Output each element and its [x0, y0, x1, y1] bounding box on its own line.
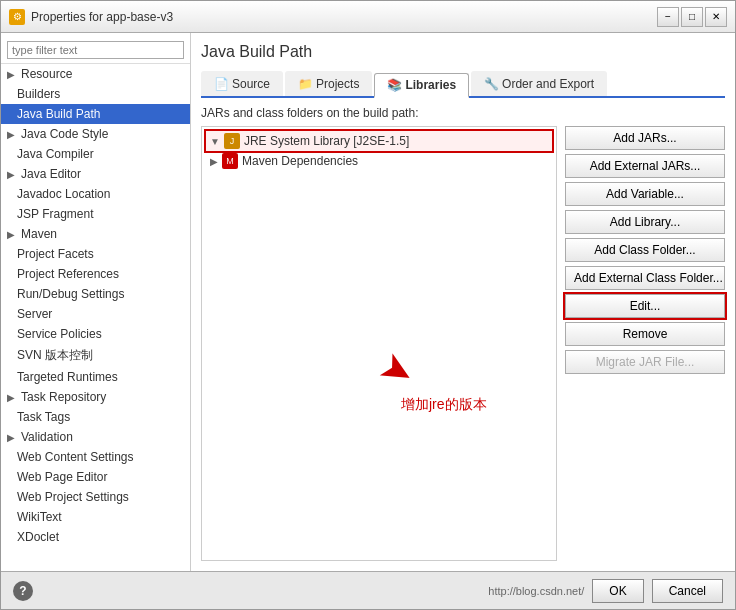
filter-box [1, 37, 190, 64]
sidebar-item-label: Service Policies [17, 327, 102, 341]
tree-item-jre[interactable]: ▼ J JRE System Library [J2SE-1.5] [206, 131, 552, 151]
sidebar-item-javadoc-location[interactable]: Javadoc Location [1, 184, 190, 204]
tree-label-jre: JRE System Library [J2SE-1.5] [244, 134, 409, 148]
tab-label-order-export: Order and Export [502, 77, 594, 91]
tab-label-source: Source [232, 77, 270, 91]
add-library-button[interactable]: Add Library... [565, 210, 725, 234]
sidebar-item-java-editor[interactable]: ▶Java Editor [1, 164, 190, 184]
titlebar: ⚙ Properties for app-base-v3 − □ ✕ [1, 1, 735, 33]
arrow-icon: ▶ [7, 69, 15, 80]
arrow-icon: ▶ [7, 432, 15, 443]
sidebar-item-service-policies[interactable]: Service Policies [1, 324, 190, 344]
tab-projects[interactable]: 📁Projects [285, 71, 372, 96]
bottom-right: http://blog.csdn.net/ OK Cancel [488, 579, 723, 603]
filter-input[interactable] [7, 41, 184, 59]
sidebar-item-label: Task Repository [21, 390, 106, 404]
tab-source[interactable]: 📄Source [201, 71, 283, 96]
right-panel: Java Build Path 📄Source📁Projects📚Librari… [191, 33, 735, 571]
add-jars-button[interactable]: Add JARs... [565, 126, 725, 150]
sidebar-item-run-debug-settings[interactable]: Run/Debug Settings [1, 284, 190, 304]
sidebar-item-validation[interactable]: ▶Validation [1, 427, 190, 447]
sidebar-item-label: Builders [17, 87, 60, 101]
sidebar-item-targeted-runtimes[interactable]: Targeted Runtimes [1, 367, 190, 387]
tree-item-maven[interactable]: ▶ M Maven Dependencies [206, 151, 552, 171]
arrow-icon: ▶ [7, 229, 15, 240]
content-area: ▼ J JRE System Library [J2SE-1.5] ▶ M Ma… [201, 126, 725, 561]
sidebar-item-label: XDoclet [17, 530, 59, 544]
sidebar-item-java-code-style[interactable]: ▶Java Code Style [1, 124, 190, 144]
sidebar-item-svn[interactable]: SVN 版本控制 [1, 344, 190, 367]
sidebar-item-label: Maven [21, 227, 57, 241]
tree-arrow-jre: ▼ [210, 136, 220, 147]
sidebar-item-jsp-fragment[interactable]: JSP Fragment [1, 204, 190, 224]
sidebar-item-task-repository[interactable]: ▶Task Repository [1, 387, 190, 407]
sidebar-item-label: Java Code Style [21, 127, 108, 141]
sidebar-item-resource[interactable]: ▶Resource [1, 64, 190, 84]
sidebar-item-label: Web Project Settings [17, 490, 129, 504]
sidebar-item-web-page-editor[interactable]: Web Page Editor [1, 467, 190, 487]
add-variable-button[interactable]: Add Variable... [565, 182, 725, 206]
tree-icon-maven: M [222, 153, 238, 169]
sidebar-item-server[interactable]: Server [1, 304, 190, 324]
main-window: ⚙ Properties for app-base-v3 − □ ✕ ▶Reso… [0, 0, 736, 610]
maximize-button[interactable]: □ [681, 7, 703, 27]
cancel-button[interactable]: Cancel [652, 579, 723, 603]
sidebar-item-label: Project References [17, 267, 119, 281]
main-content: ▶ResourceBuildersJava Build Path▶Java Co… [1, 33, 735, 571]
arrow-icon: ▶ [7, 392, 15, 403]
panel-title: Java Build Path [201, 43, 725, 61]
sidebar-item-web-content-settings[interactable]: Web Content Settings [1, 447, 190, 467]
tree-area: ▼ J JRE System Library [J2SE-1.5] ▶ M Ma… [201, 126, 557, 561]
sidebar-item-label: JSP Fragment [17, 207, 93, 221]
add-external-jars-button[interactable]: Add External JARs... [565, 154, 725, 178]
sidebar-item-label: Project Facets [17, 247, 94, 261]
edit-button[interactable]: Edit... [565, 294, 725, 318]
sidebar-item-xdoclet[interactable]: XDoclet [1, 527, 190, 547]
window-icon: ⚙ [9, 9, 25, 25]
sidebar: ▶ResourceBuildersJava Build Path▶Java Co… [1, 33, 191, 571]
sidebar-item-label: Run/Debug Settings [17, 287, 124, 301]
sidebar-item-label: Task Tags [17, 410, 70, 424]
sidebar-item-project-facets[interactable]: Project Facets [1, 244, 190, 264]
tab-label-libraries: Libraries [405, 78, 456, 92]
sidebar-item-label: Web Page Editor [17, 470, 108, 484]
help-button[interactable]: ? [13, 581, 33, 601]
tab-icon-projects: 📁 [298, 77, 312, 91]
tab-label-projects: Projects [316, 77, 359, 91]
tab-icon-source: 📄 [214, 77, 228, 91]
minimize-button[interactable]: − [657, 7, 679, 27]
sidebar-item-label: Validation [21, 430, 73, 444]
close-button[interactable]: ✕ [705, 7, 727, 27]
sidebar-item-label: Web Content Settings [17, 450, 134, 464]
migrate-jar-button: Migrate JAR File... [565, 350, 725, 374]
add-class-folder-button[interactable]: Add Class Folder... [565, 238, 725, 262]
add-external-class-folder-button[interactable]: Add External Class Folder... [565, 266, 725, 290]
sidebar-item-web-project-settings[interactable]: Web Project Settings [1, 487, 190, 507]
sidebar-item-project-references[interactable]: Project References [1, 264, 190, 284]
sidebar-item-label: SVN 版本控制 [17, 347, 93, 364]
url-text: http://blog.csdn.net/ [488, 585, 584, 597]
sidebar-item-maven[interactable]: ▶Maven [1, 224, 190, 244]
sidebar-item-label: Java Editor [21, 167, 81, 181]
remove-button[interactable]: Remove [565, 322, 725, 346]
sidebar-item-java-compiler[interactable]: Java Compiler [1, 144, 190, 164]
sidebar-item-task-tags[interactable]: Task Tags [1, 407, 190, 427]
sidebar-item-builders[interactable]: Builders [1, 84, 190, 104]
sidebar-item-label: Java Build Path [17, 107, 100, 121]
sidebar-item-label: Java Compiler [17, 147, 94, 161]
titlebar-controls: − □ ✕ [657, 7, 727, 27]
sidebar-item-label: Javadoc Location [17, 187, 110, 201]
titlebar-left: ⚙ Properties for app-base-v3 [9, 9, 173, 25]
bottom-bar: ? http://blog.csdn.net/ OK Cancel [1, 571, 735, 609]
tab-order-export[interactable]: 🔧Order and Export [471, 71, 607, 96]
sidebar-items: ▶ResourceBuildersJava Build Path▶Java Co… [1, 64, 190, 547]
tree-icon-jre: J [224, 133, 240, 149]
sidebar-item-java-build-path[interactable]: Java Build Path [1, 104, 190, 124]
ok-button[interactable]: OK [592, 579, 643, 603]
tab-libraries[interactable]: 📚Libraries [374, 73, 469, 98]
tree-label-maven: Maven Dependencies [242, 154, 358, 168]
sidebar-item-label: Targeted Runtimes [17, 370, 118, 384]
tab-icon-libraries: 📚 [387, 78, 401, 92]
sidebar-item-wikitext[interactable]: WikiText [1, 507, 190, 527]
button-panel: Add JARs...Add External JARs...Add Varia… [565, 126, 725, 561]
